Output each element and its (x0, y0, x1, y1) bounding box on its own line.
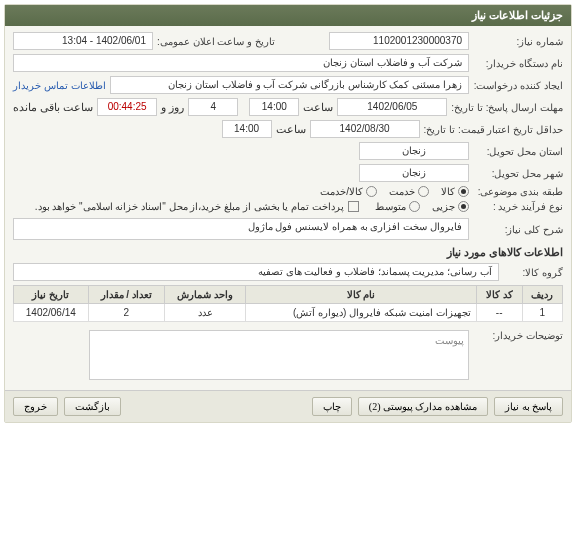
city-label: شهر محل تحویل: (473, 168, 563, 179)
attach-label: پیوست (435, 335, 464, 346)
cell-date: 1402/06/14 (14, 304, 89, 322)
validity-hour: 14:00 (222, 120, 272, 138)
pay-checkbox[interactable] (348, 201, 359, 212)
radio-goods[interactable]: کالا (441, 186, 469, 197)
need-number: 1102001230000370 (329, 32, 469, 50)
radio-dot-icon (366, 186, 377, 197)
footer-bar: پاسخ به نیاز مشاهده مدارک پیوستی (2) چاپ… (5, 390, 571, 422)
pay-note: پرداخت تمام یا بخشی از مبلغ خرید،از محل … (35, 201, 344, 212)
province-label: استان محل تحویل: (473, 146, 563, 157)
respond-button[interactable]: پاسخ به نیاز (494, 397, 563, 416)
cell-unit: عدد (164, 304, 246, 322)
exit-button[interactable]: خروج (13, 397, 58, 416)
goods-table: ردیف کد کالا نام کالا واحد شمارش تعداد /… (13, 285, 563, 322)
radio-partial[interactable]: جزیی (432, 201, 469, 212)
requester-value: زهرا مسئنی کمک کارشناس بازرگانی شرکت آب … (110, 76, 469, 94)
deadline-hour: 14:00 (249, 98, 299, 116)
panel-body: شماره نیاز: 1102001230000370 تاریخ و ساع… (5, 26, 571, 390)
buy-type-radios: جزیی متوسط (375, 201, 469, 212)
radio-dot-icon (418, 186, 429, 197)
table-header-row: ردیف کد کالا نام کالا واحد شمارش تعداد /… (14, 286, 563, 304)
deadline-hour-label: ساعت (303, 101, 333, 114)
buyer-value: شرکت آب و فاضلاب استان زنجان (13, 54, 469, 72)
validity-label: حداقل تاریخ اعتبار قیمت: تا تاریخ: (424, 124, 563, 135)
radio-dot-icon (409, 201, 420, 212)
group-value: آب رسانی؛ مدیریت پسماند؛ فاضلاب و فعالیت… (13, 263, 499, 281)
table-row[interactable]: 1 -- تجهیزات امنیت شبکه فایروال (دیواره … (14, 304, 563, 322)
panel-title: جزئیات اطلاعات نیاز (5, 5, 571, 26)
cell-row: 1 (522, 304, 562, 322)
th-code: کد کالا (476, 286, 522, 304)
view-attachments-button[interactable]: مشاهده مدارک پیوستی (2) (358, 397, 488, 416)
need-number-label: شماره نیاز: (473, 36, 563, 47)
validity-hour-label: ساعت (276, 123, 306, 136)
remain-days: 4 (188, 98, 238, 116)
th-row: ردیف (522, 286, 562, 304)
province-value: زنجان (359, 142, 469, 160)
radio-service[interactable]: خدمت (389, 186, 429, 197)
requester-label: ایجاد کننده درخواست: (473, 80, 563, 91)
print-button[interactable]: چاپ (312, 397, 352, 416)
radio-medium[interactable]: متوسط (375, 201, 420, 212)
category-label: طبقه بندی موضوعی: (473, 186, 563, 197)
deadline-date: 1402/06/05 (337, 98, 447, 116)
radio-goods-service[interactable]: کالا/خدمت (320, 186, 377, 197)
contact-link[interactable]: اطلاعات تماس خریدار (13, 80, 106, 91)
desc-label: شرح کلی نیاز: (473, 224, 563, 235)
countdown: 4 روز و 00:44:25 ساعت باقی مانده (13, 98, 238, 116)
buyer-label: نام دستگاه خریدار: (473, 58, 563, 69)
th-unit: واحد شمارش (164, 286, 246, 304)
buyer-notes-label: توضیحات خریدار: (473, 330, 563, 341)
radio-dot-icon (458, 186, 469, 197)
desc-value: فایروال سخت افزاری به همراه لایسنس فول م… (13, 218, 469, 240)
deadline-label: مهلت ارسال پاسخ: تا تاریخ: (451, 102, 563, 113)
th-name: نام کالا (246, 286, 476, 304)
city-value: زنجان (359, 164, 469, 182)
buy-type-label: نوع فرآیند خرید : (473, 201, 563, 212)
attachment-box: پیوست (89, 330, 469, 380)
remain-days-label: روز و (161, 101, 184, 114)
cell-name: تجهیزات امنیت شبکه فایروال (دیواره آتش) (246, 304, 476, 322)
th-date: تاریخ نیاز (14, 286, 89, 304)
th-qty: تعداد / مقدار (88, 286, 164, 304)
detail-panel: جزئیات اطلاعات نیاز شماره نیاز: 11020012… (4, 4, 572, 423)
group-label: گروه کالا: (503, 267, 563, 278)
cell-code: -- (476, 304, 522, 322)
radio-dot-icon (458, 201, 469, 212)
announce-value: 1402/06/01 - 13:04 (13, 32, 153, 50)
back-button[interactable]: بازگشت (64, 397, 121, 416)
goods-section-title: اطلاعات کالاهای مورد نیاز (13, 246, 563, 259)
announce-label: تاریخ و ساعت اعلان عمومی: (157, 36, 275, 47)
category-radios: کالا خدمت کالا/خدمت (320, 186, 469, 197)
remain-suffix: ساعت باقی مانده (13, 101, 93, 114)
remain-time: 00:44:25 (97, 98, 157, 116)
cell-qty: 2 (88, 304, 164, 322)
validity-date: 1402/08/30 (310, 120, 420, 138)
